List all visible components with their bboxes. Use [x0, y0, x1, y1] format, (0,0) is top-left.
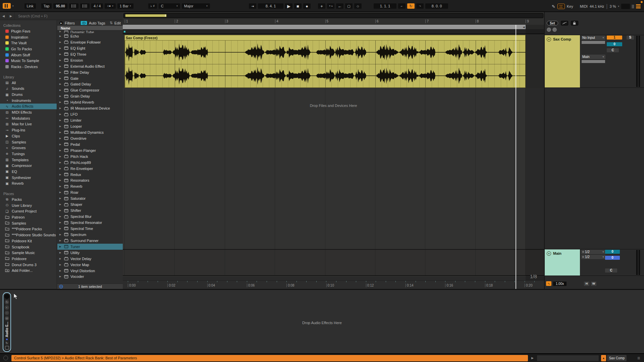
device-row-glue-compressor[interactable]: ▶Glue Compressor — [57, 87, 123, 93]
sidebar-item-racks-devices[interactable]: Racks - Devices — [0, 64, 57, 70]
disclosure-icon[interactable]: ▶ — [59, 161, 62, 164]
crossfade-assign[interactable]: C — [607, 48, 619, 52]
automation-arm-button[interactable]: ⚬⌁ — [327, 3, 334, 9]
device-row-pedal[interactable]: ▶Pedal — [57, 141, 123, 147]
device-row-vinyl-distortion[interactable]: ▶Vinyl Distortion — [57, 268, 123, 274]
key-signature-icon[interactable]: ♭♯ — [148, 3, 157, 9]
sidebar-item-clips[interactable]: ▶Clips — [0, 133, 57, 139]
lock-envelopes-button[interactable] — [571, 21, 578, 25]
search-input[interactable] — [15, 14, 123, 18]
device-row-external-audio-effect[interactable]: ▶External Audio Effect — [57, 63, 123, 69]
sidebar-item--poldoore-packs[interactable]: ***Poldoore Packs — [0, 226, 57, 232]
device-row-hybrid-reverb[interactable]: ▶Hybrid Reverb — [57, 99, 123, 105]
prev-marker-button[interactable]: ← — [547, 27, 551, 32]
disclosure-icon[interactable]: ▶ — [59, 173, 62, 176]
grid-icon[interactable]: ▤ — [5, 316, 9, 320]
sidebar-item-sample-music[interactable]: Sample Music — [0, 250, 57, 256]
arrangement-overview[interactable] — [123, 13, 543, 18]
pencil-icon[interactable]: ✎ — [552, 4, 555, 9]
disclosure-icon[interactable]: ▶ — [59, 35, 62, 38]
track-header-sax-comp[interactable]: ▼ Sax Comp No Input▼ Main▼ 1 S 0 C — [545, 35, 644, 88]
key-scale-menu[interactable]: Major▾ — [182, 3, 210, 9]
device-row-looper[interactable]: ▶Looper — [57, 123, 123, 129]
sidebar-item-inspiration[interactable]: Inspiration — [0, 34, 57, 40]
device-row-spectral-time[interactable]: ▶Spectral Time — [57, 226, 123, 232]
sidebar-item-poldoore[interactable]: Poldoore — [0, 256, 57, 262]
audition-button[interactable]: ∿ — [546, 281, 551, 286]
track-header-main[interactable]: ▼ Main 1/2▼ 1/2▼ 0 0 C — [545, 249, 644, 276]
sidebar-item-the-vault[interactable]: The Vault — [0, 40, 57, 46]
filters-label[interactable]: Filters — [65, 21, 75, 25]
device-row-echo[interactable]: ▶Echo — [57, 33, 123, 39]
disclosure-icon[interactable]: ▶ — [59, 215, 62, 218]
device-row-multiband-dynamics[interactable]: ▶Multiband Dynamics — [57, 129, 123, 135]
metronome-button[interactable]: ○●▾ — [105, 3, 115, 9]
sidebar-item-user-library[interactable]: ⚇User Library — [0, 202, 57, 208]
clip-waveform-area[interactable] — [125, 41, 525, 87]
device-row-erosion[interactable]: ▶Erosion — [57, 57, 123, 63]
sidebar-item-go-to-packs[interactable]: Go To Packs — [0, 46, 57, 52]
follow-button[interactable]: ⇥ — [249, 3, 256, 9]
device-row-shaper[interactable]: ▶Shaper — [57, 201, 123, 207]
disclosure-icon[interactable]: ▶ — [59, 47, 62, 50]
sidebar-item-reverb[interactable]: ▣Reverb — [0, 181, 57, 187]
draw-mode-button[interactable]: ▢ — [345, 3, 353, 9]
track-fold-icon[interactable]: ▼ — [547, 37, 551, 42]
sidebar-item-samples[interactable]: Samples — [0, 220, 57, 226]
browser-forward-button[interactable]: ▶ — [7, 12, 15, 20]
device-row-vector-delay[interactable]: ▶Vector Delay — [57, 256, 123, 262]
auto-tags-toggle[interactable] — [80, 21, 87, 25]
loop-button[interactable]: ↻ — [407, 3, 415, 9]
sync-icon[interactable]: ↻ — [5, 341, 8, 345]
disclosure-icon[interactable]: ▶ — [59, 41, 62, 44]
beat-time-ruler[interactable]: 123456789 — [123, 19, 544, 25]
sidebar-item-all[interactable]: ▤All — [0, 80, 57, 86]
disclosure-icon[interactable]: ▶ — [59, 71, 62, 74]
input-routing-menu[interactable]: No Input▼ — [581, 36, 605, 40]
main-track-lane[interactable] — [123, 249, 544, 276]
master-out-menu[interactable]: 1/2▼ — [581, 255, 605, 259]
link-button[interactable]: Link — [24, 3, 36, 9]
quantize-menu[interactable]: 1 Bar▾ — [117, 3, 133, 9]
device-row-spectrum[interactable]: ▶Spectrum — [57, 232, 123, 238]
scrub-area[interactable] — [123, 25, 526, 29]
sidebar-item-add-folder-[interactable]: Add Folder... — [0, 267, 57, 274]
device-row-eq-three[interactable]: ▶EQ Three — [57, 51, 123, 57]
disclosure-icon[interactable]: ▶ — [59, 131, 62, 134]
loop-length-field[interactable]: 8. 0. 0 — [425, 3, 448, 9]
device-row-gated-delay[interactable]: ▶Gated Delay — [57, 81, 123, 87]
disclosure-icon[interactable]: ▶ — [59, 263, 62, 266]
key-map-button[interactable]: Key — [567, 4, 573, 8]
hot-swap-icon[interactable]: ↻ — [5, 300, 9, 304]
loop-start-field[interactable]: 1. 1. 1 — [374, 3, 396, 9]
arm-indicator[interactable]: ▲ — [601, 355, 606, 361]
device-activator-icon[interactable] — [4, 294, 9, 299]
disclosure-icon[interactable]: ▶ — [59, 125, 62, 128]
sidebar-item-templates[interactable]: ▥Templates — [0, 157, 57, 163]
track-name[interactable]: Sax Comp — [553, 37, 571, 87]
set-locator-button[interactable]: Set — [547, 21, 558, 25]
cue-out-menu[interactable]: 1/2▼ — [581, 250, 605, 254]
disclosure-icon[interactable]: ▶ — [59, 143, 62, 146]
device-row-envelope-follower[interactable]: ▶Envelope Follower — [57, 39, 123, 45]
browser-back-button[interactable]: ◀ — [0, 12, 7, 20]
sidebar-item-grooves[interactable]: ≈Grooves — [0, 145, 57, 151]
disclosure-icon[interactable]: ▶ — [59, 251, 62, 254]
device-row-dynamic-tube[interactable]: ▶Dynamic Tube — [57, 31, 123, 33]
sidebar-item-midi-effects[interactable]: ⊟MIDI Effects — [0, 109, 57, 115]
tap-tempo-button[interactable]: Tap — [41, 3, 52, 9]
sidebar-item-album-stuff[interactable]: Album Stuff — [0, 52, 57, 58]
device-tab-label[interactable]: Audio E... — [5, 321, 9, 338]
device-row-re-enveloper[interactable]: ▶Re-Enveloper — [57, 166, 123, 172]
sidebar-item-audio-effects[interactable]: ∿Audio Effects — [0, 104, 57, 110]
disclosure-icon[interactable]: ▶ — [59, 221, 62, 224]
disclosure-icon[interactable]: ▶ — [59, 203, 62, 206]
sidebar-item-patreon[interactable]: Patreon — [0, 214, 57, 220]
logo-caret-icon[interactable]: ▾ — [12, 5, 14, 7]
menu-icon[interactable] — [636, 4, 641, 8]
device-row-limiter[interactable]: ▶Limiter — [57, 117, 123, 123]
capture-midi-button[interactable]: + — [318, 3, 325, 9]
device-row-lfo[interactable]: ▶LFO — [57, 111, 123, 117]
disclosure-icon[interactable]: ▶ — [59, 107, 62, 110]
track-activator[interactable]: 1 — [607, 36, 622, 40]
